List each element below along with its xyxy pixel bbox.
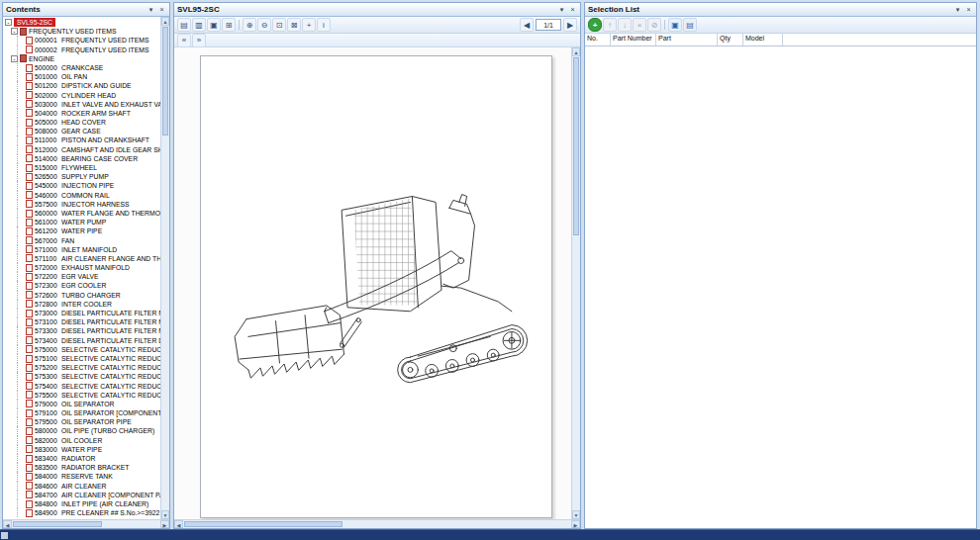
close-icon[interactable]: × [964, 5, 973, 14]
tree-row[interactable]: 000002 FREQUENTLY USED ITEMS [3, 45, 160, 54]
scrollbar-thumb[interactable] [573, 57, 579, 235]
tree-row[interactable]: 579000 OIL SEPARATOR [3, 400, 160, 408]
close-icon[interactable]: × [157, 5, 166, 14]
tree-row[interactable]: 575000 SELECTIVE CATALYTIC REDUCTI [3, 345, 160, 354]
tree-row[interactable]: 572600 TURBO CHARGER [3, 291, 160, 300]
tree-row[interactable]: 575100 SELECTIVE CATALYTIC REDUCTI [3, 354, 160, 363]
tree-row[interactable]: 572300 EGR COOLER [3, 281, 160, 290]
save-image-icon[interactable]: ▣ [207, 18, 221, 32]
zoom-out-icon[interactable]: ⊖ [257, 18, 271, 32]
tree-row[interactable]: 545000 INJECTION PIPE [3, 181, 160, 190]
tree-row[interactable]: 584900 PRE CLEANER ## S.No.>=3922 [3, 508, 160, 517]
tree-row[interactable]: 571000 INLET MANIFOLD [3, 245, 160, 254]
tree-row[interactable]: 572000 EXHAUST MANIFOLD [3, 263, 160, 272]
tree-row[interactable]: 546000 COMMON RAIL [3, 191, 160, 200]
tree-row[interactable]: - ENGINE [3, 54, 160, 63]
next-page-icon[interactable]: ▶ [563, 18, 577, 32]
tree-row[interactable]: 000001 FREQUENTLY USED ITEMS [3, 36, 160, 45]
column-header[interactable]: Model [743, 34, 783, 45]
tree-row[interactable]: 584600 AIR CLEANER [3, 482, 160, 491]
tree-row[interactable]: 526500 SUPPLY PUMP [3, 172, 160, 181]
tree-expander-icon[interactable]: - [11, 28, 18, 35]
tree-row[interactable]: 504000 ROCKER ARM SHAFT [3, 109, 160, 118]
tree-row[interactable]: 584000 RESERVE TANK [3, 472, 160, 481]
tree-row[interactable]: 557500 INJECTOR HARNESS [3, 200, 160, 209]
scrollbar-track[interactable] [572, 236, 580, 510]
tree-expander-icon[interactable]: - [11, 55, 18, 62]
scrollbar-thumb[interactable] [13, 521, 102, 527]
scroll-up-icon[interactable]: ▲ [572, 47, 580, 56]
copy-icon[interactable]: ⊞ [222, 18, 236, 32]
panel-menu-icon[interactable]: ▾ [557, 5, 566, 14]
tree-row[interactable]: 501000 OIL PAN [3, 72, 160, 81]
scroll-right-icon[interactable]: ▶ [160, 520, 169, 528]
tree-row[interactable]: - SVL95-2SC [3, 18, 160, 27]
tree-row[interactable]: 573300 DIESEL PARTICULATE FILTER MU [3, 326, 160, 335]
column-header[interactable]: Qty [718, 34, 743, 45]
tree-row[interactable]: 583500 RADIATOR BRACKET [3, 463, 160, 472]
scroll-left-icon[interactable]: ◀ [174, 520, 183, 528]
tree-row[interactable]: 580000 OIL PIPE (TURBO CHARGER) [3, 426, 160, 435]
print-icon[interactable]: ▤ [177, 18, 191, 32]
tree-row[interactable]: 515000 FLYWHEEL [3, 163, 160, 172]
fit-page-icon[interactable]: ⊠ [287, 18, 301, 32]
scrollbar-track[interactable] [161, 136, 169, 510]
first-sheet-icon[interactable]: « [177, 34, 191, 47]
print-list-icon[interactable]: ▤ [683, 18, 697, 32]
tree-row[interactable]: 573400 DIESEL PARTICULATE FILTER DI [3, 336, 160, 345]
tree-expander-icon[interactable]: - [5, 19, 12, 26]
scroll-up-icon[interactable]: ▲ [161, 17, 169, 26]
panel-menu-icon[interactable]: ▾ [953, 5, 962, 14]
page-setup-icon[interactable]: ▥ [192, 18, 206, 32]
tree-row[interactable]: 511000 PISTON AND CRANKSHAFT [3, 135, 160, 144]
tree-row[interactable]: 561200 WATER PIPE [3, 226, 160, 235]
tree-row[interactable]: 579500 OIL SEPARATOR PIPE [3, 417, 160, 426]
tree-row[interactable]: 501200 DIPSTICK AND GUIDE [3, 81, 160, 90]
tree-row[interactable]: 505000 HEAD COVER [3, 118, 160, 127]
tree-row[interactable]: 575200 SELECTIVE CATALYTIC REDUCTI [3, 363, 160, 372]
prev-page-icon[interactable]: ◀ [520, 18, 534, 32]
scrollbar-track[interactable] [103, 520, 160, 528]
tree-row[interactable]: 561000 WATER PUMP [3, 218, 160, 226]
scrollbar-thumb[interactable] [162, 27, 168, 135]
last-sheet-icon[interactable]: » [192, 34, 206, 47]
add-part-icon[interactable]: + [588, 18, 602, 32]
tree-row[interactable]: 575500 SELECTIVE CATALYTIC REDUCTI [3, 391, 160, 400]
column-header[interactable]: Part Number [611, 34, 656, 45]
tree-row[interactable]: 573000 DIESEL PARTICULATE FILTER MU [3, 309, 160, 317]
scroll-down-icon[interactable]: ▼ [161, 510, 169, 519]
tree-row[interactable]: 512000 CAMSHAFT AND IDLE GEAR SHAF [3, 145, 160, 154]
scroll-right-icon[interactable]: ▶ [571, 520, 580, 528]
tree-row[interactable]: 514000 BEARING CASE COVER [3, 154, 160, 163]
tree-row[interactable]: 583400 RADIATOR [3, 454, 160, 463]
close-icon[interactable]: × [568, 5, 577, 14]
panel-menu-icon[interactable]: ▾ [147, 5, 155, 14]
tree-row[interactable]: 567000 FAN [3, 236, 160, 245]
tree-row[interactable]: 571100 AIR CLEANER FLANGE AND THRO [3, 254, 160, 263]
column-header[interactable]: No. [585, 34, 611, 45]
pan-icon[interactable]: + [302, 18, 316, 32]
scroll-down-icon[interactable]: ▼ [572, 510, 580, 519]
tree-row[interactable]: 583000 WATER PIPE [3, 445, 160, 454]
tree-row[interactable]: 560000 WATER FLANGE AND THERMOSTA [3, 209, 160, 218]
delete-row-icon[interactable]: × [633, 18, 646, 32]
tree-row[interactable]: 508000 GEAR CASE [3, 127, 160, 135]
clear-list-icon[interactable]: ⊘ [647, 18, 661, 32]
tree-row[interactable]: 575400 SELECTIVE CATALYTIC REDUCTI [3, 382, 160, 391]
viewer-vertical-scrollbar[interactable]: ▲ ▼ [571, 47, 580, 519]
export-list-icon[interactable]: ▣ [668, 18, 682, 32]
diagram-canvas[interactable] [174, 47, 571, 519]
tree-row[interactable]: 582000 OIL COOLER [3, 436, 160, 445]
tree-row[interactable]: 572200 EGR VALVE [3, 272, 160, 281]
selection-table-body[interactable] [585, 46, 976, 528]
scrollbar-track[interactable] [343, 520, 571, 528]
info-icon[interactable]: i [317, 18, 331, 32]
zoom-in-icon[interactable]: ⊕ [243, 18, 256, 32]
tree-row[interactable]: 575300 SELECTIVE CATALYTIC REDUCTI [3, 372, 160, 381]
column-header[interactable]: Part [656, 34, 718, 45]
tree-row[interactable]: 500000 CRANKCASE [3, 63, 160, 72]
zoom-area-icon[interactable]: ⊡ [272, 18, 286, 32]
tree-row[interactable]: 572800 INTER COOLER [3, 300, 160, 309]
viewer-horizontal-scrollbar[interactable]: ◀ ▶ [174, 519, 580, 528]
tree-row[interactable]: 503000 INLET VALVE AND EXHAUST VALV [3, 100, 160, 109]
